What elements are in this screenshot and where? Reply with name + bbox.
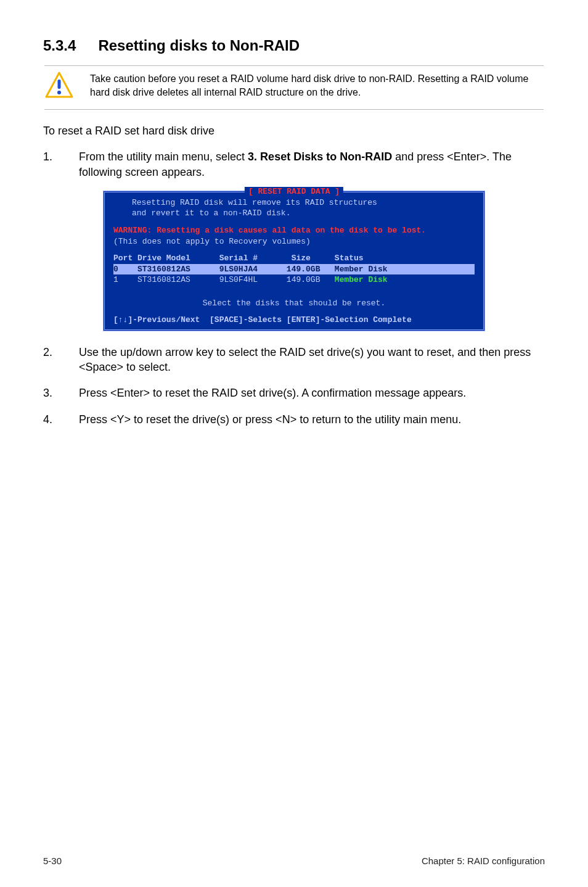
section-title: Resetting disks to Non-RAID [98,37,300,54]
step-number: 4. [43,412,60,427]
step-number: 3. [43,386,60,400]
spacer [113,308,475,315]
terminal-msg1: Resetting RAID disk will remove its RAID… [113,197,475,208]
spacer [113,247,475,253]
terminal-row-0: 0 ST3160812AS 9LS0HJA4 149.0GB Member Di… [113,264,475,275]
terminal-row-1-status: Member Disk [335,275,388,284]
step-number: 2. [43,345,60,375]
terminal-row-1-pre: 1 ST3160812AS 9LS0F4HL 149.0GB [113,275,335,284]
step-text: Use the up/down arrow key to select the … [79,345,545,375]
terminal-row-1: 1 ST3160812AS 9LS0F4HL 149.0GB Member Di… [113,274,475,286]
step-3: 3. Press <Enter> to reset the RAID set d… [43,386,545,400]
terminal-window: [ RESET RAID DATA ] Resetting RAID disk … [103,191,485,331]
page-footer: 5-30 Chapter 5: RAID configuration [43,856,545,866]
terminal-title: [ RESET RAID DATA ] [245,187,343,196]
step-1: 1. From the utility main menu, select 3.… [43,149,545,179]
terminal-select-msg: Select the disks that should be reset. [113,298,475,309]
caution-text: Take caution before you reset a RAID vol… [90,71,544,99]
step-number: 1. [43,149,60,179]
lead-text: To reset a RAID set hard disk drive [43,123,545,138]
step1-bold: 3. Reset Disks to Non-RAID [248,151,392,163]
step-text: Press <Enter> to reset the RAID set driv… [79,386,545,400]
step1-pre: From the utility main menu, select [79,151,248,163]
caution-icon [44,71,74,103]
svg-point-2 [57,91,61,94]
svg-rect-1 [58,80,61,89]
spacer [113,292,475,298]
step-2: 2. Use the up/down arrow key to select t… [43,345,545,375]
step-text: Press <Y> to reset the drive(s) or press… [79,412,545,427]
terminal-warning: WARNING: Resetting a disk causes all dat… [113,225,475,236]
section-number: 5.3.4 [43,37,76,54]
section-heading: 5.3.4Resetting disks to Non-RAID [43,37,545,54]
chapter-label: Chapter 5: RAID configuration [422,856,545,866]
terminal-wrap: [ RESET RAID DATA ] Resetting RAID disk … [43,191,545,331]
terminal-note: (This does not apply to Recovery volumes… [113,236,475,247]
spacer [113,219,475,225]
step-text: From the utility main menu, select 3. Re… [79,149,545,179]
spacer [113,286,475,292]
terminal-msg2: and revert it to a non-RAID disk. [113,208,475,219]
step-4: 4. Press <Y> to reset the drive(s) or pr… [43,412,545,427]
page-number: 5-30 [43,856,62,866]
caution-box: Take caution before you reset a RAID vol… [44,65,544,110]
terminal-footer: [↑↓]-Previous/Next [SPACE]-Selects [ENTE… [113,315,475,326]
terminal-table-header: Port Drive Model Serial # Size Status [113,253,475,264]
